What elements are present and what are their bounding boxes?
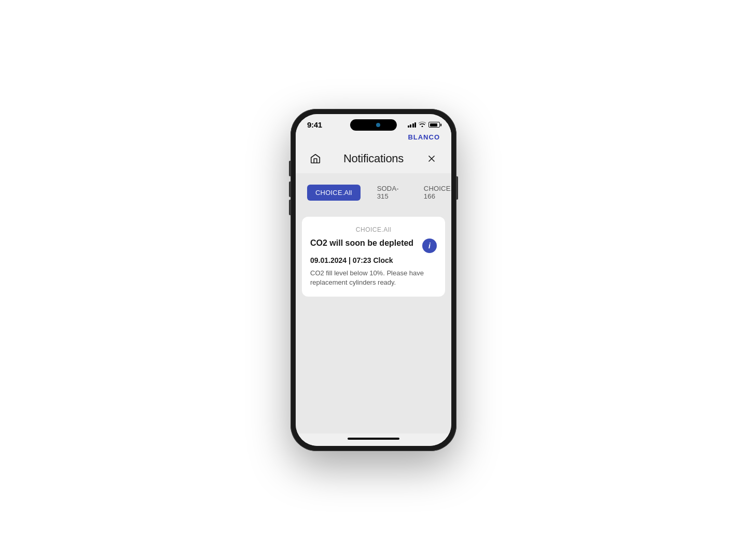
filter-tab-choice-all-166[interactable]: CHOICE.All-166 bbox=[416, 180, 451, 204]
close-button[interactable] bbox=[423, 150, 440, 167]
home-bar bbox=[348, 438, 399, 440]
notification-card: CHOICE.All CO2 will soon be depleted i 0… bbox=[302, 217, 445, 297]
info-button[interactable]: i bbox=[422, 239, 437, 253]
card-description: CO2 fill level below 10%. Please have re… bbox=[310, 269, 437, 287]
wifi-icon bbox=[419, 121, 426, 129]
card-device-label: CHOICE.All bbox=[310, 226, 437, 233]
card-datetime: 09.01.2024 | 07:23 Clock bbox=[310, 256, 437, 264]
info-icon: i bbox=[428, 242, 431, 249]
status-bar: 9:41 bbox=[296, 114, 451, 131]
home-indicator bbox=[296, 433, 451, 446]
content-area: CHOICE.All CO2 will soon be depleted i 0… bbox=[296, 212, 451, 433]
dynamic-island bbox=[350, 119, 397, 131]
phone-frame: 9:41 bbox=[290, 109, 457, 451]
camera-dot bbox=[376, 123, 380, 127]
filter-tabs: CHOICE.All SODA-315 CHOICE.All-166 bbox=[296, 173, 451, 212]
status-time: 9:41 bbox=[307, 120, 322, 129]
card-title-row: CO2 will soon be depleted i bbox=[310, 239, 437, 253]
app-header: Notifications bbox=[296, 146, 451, 173]
filter-tab-soda-315[interactable]: SODA-315 bbox=[369, 180, 407, 204]
signal-icon bbox=[408, 122, 417, 128]
brand-header: BLANCO bbox=[296, 131, 451, 146]
battery-icon bbox=[428, 122, 440, 128]
card-title: CO2 will soon be depleted bbox=[310, 239, 422, 248]
page-title: Notifications bbox=[343, 152, 404, 165]
filter-tab-choice-all[interactable]: CHOICE.All bbox=[307, 185, 361, 201]
brand-logo: BLANCO bbox=[408, 133, 440, 141]
home-button[interactable] bbox=[307, 150, 324, 167]
status-icons bbox=[408, 121, 440, 129]
phone-screen: 9:41 bbox=[296, 114, 451, 446]
